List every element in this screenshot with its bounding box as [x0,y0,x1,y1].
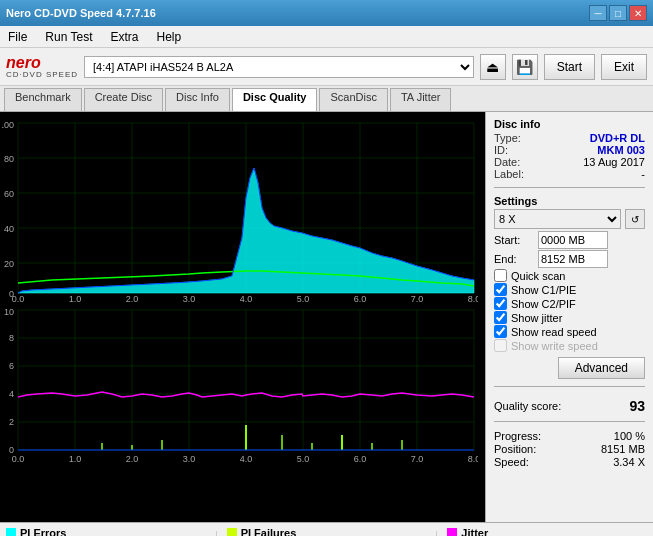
start-row: Start: [494,231,645,249]
svg-text:1.0: 1.0 [69,294,82,303]
start-label: Start: [494,234,534,246]
svg-text:0.0: 0.0 [12,454,25,464]
svg-text:5.0: 5.0 [297,454,310,464]
show-write-speed-checkbox[interactable] [494,339,507,352]
settings-section: Settings 8 X ↺ Start: End: Quick scan [494,195,645,379]
tab-disc-info[interactable]: Disc Info [165,88,230,111]
speed-select[interactable]: 8 X [494,209,621,229]
stat-divider-1 [216,531,217,536]
stats-bar: PI Errors Average: 8.56 Maximum: 95 Tota… [0,522,653,536]
disc-id-label: ID: [494,144,508,156]
jitter-stats: Jitter Average: 9.64 % Maximum: 11.4 % P… [447,527,647,536]
progress-label: Progress: [494,430,541,442]
menu-extra[interactable]: Extra [106,29,142,45]
disc-info-title: Disc info [494,118,645,130]
svg-text:5.0: 5.0 [297,294,310,303]
menu-file[interactable]: File [4,29,31,45]
svg-text:80: 80 [4,154,14,164]
svg-text:4.0: 4.0 [240,454,253,464]
show-c2pif-checkbox[interactable] [494,297,507,310]
end-label: End: [494,253,534,265]
quality-score-row: Quality score: 93 [494,398,645,414]
jitter-color [447,528,457,536]
start-button[interactable]: Start [544,54,595,80]
svg-text:60: 60 [4,189,14,199]
maximize-button[interactable]: □ [609,5,627,21]
info-panel: Disc info Type: DVD+R DL ID: MKM 003 Dat… [485,112,653,522]
disc-type-label: Type: [494,132,521,144]
bottom-chart: 0 2 4 6 8 10 0 4 8 12 16 20 0.0 1.0 2.0 … [2,305,478,465]
end-row: End: [494,250,645,268]
svg-text:7.0: 7.0 [411,454,424,464]
disc-id-value: MKM 003 [597,144,645,156]
minimize-button[interactable]: ─ [589,5,607,21]
speed-row: Speed: 3.34 X [494,456,645,468]
svg-text:4: 4 [9,389,14,399]
app-logo: nero CD·DVD SPEED [6,55,78,79]
disc-type-value: DVD+R DL [590,132,645,144]
svg-text:1.0: 1.0 [69,454,82,464]
show-c1pie-label: Show C1/PIE [511,284,576,296]
chart-area: 0 20 40 60 80 100 0 8 12 16 20 24 0.0 1.… [0,112,485,522]
pi-errors-color [6,528,16,536]
jitter-title: Jitter [447,527,647,536]
disc-info-section: Disc info Type: DVD+R DL ID: MKM 003 Dat… [494,118,645,180]
tab-create-disc[interactable]: Create Disc [84,88,163,111]
pi-failures-stats: PI Failures Average: 0.01 Maximum: 3 Tot… [227,527,427,536]
tab-disc-quality[interactable]: Disc Quality [232,88,318,111]
stat-divider-2 [436,531,437,536]
position-value: 8151 MB [601,443,645,455]
show-jitter-checkbox[interactable] [494,311,507,324]
disc-label-value: - [641,168,645,180]
title-bar: Nero CD-DVD Speed 4.7.7.16 ─ □ ✕ [0,0,653,26]
quality-score-label: Quality score: [494,400,561,412]
show-read-speed-label: Show read speed [511,326,597,338]
pi-failures-color [227,528,237,536]
tab-ta-jitter[interactable]: TA Jitter [390,88,452,111]
progress-section: Progress: 100 % Position: 8151 MB Speed:… [494,429,645,469]
menu-run-test[interactable]: Run Test [41,29,96,45]
svg-text:6: 6 [9,361,14,371]
show-read-speed-checkbox[interactable] [494,325,507,338]
svg-text:8: 8 [9,333,14,343]
settings-icon-button[interactable]: ↺ [625,209,645,229]
show-c1pie-checkbox[interactable] [494,283,507,296]
save-icon[interactable]: 💾 [512,54,538,80]
settings-title: Settings [494,195,645,207]
tab-bar: Benchmark Create Disc Disc Info Disc Qua… [0,86,653,112]
quickscan-row: Quick scan [494,269,645,282]
svg-text:3.0: 3.0 [183,294,196,303]
svg-text:0.0: 0.0 [12,294,25,303]
eject-icon[interactable]: ⏏ [480,54,506,80]
tab-benchmark[interactable]: Benchmark [4,88,82,111]
svg-text:2.0: 2.0 [126,454,139,464]
show-c2pif-label: Show C2/PIF [511,298,576,310]
svg-text:7.0: 7.0 [411,294,424,303]
advanced-button[interactable]: Advanced [558,357,645,379]
disc-date-row: Date: 13 Aug 2017 [494,156,645,168]
end-input[interactable] [538,250,608,268]
drive-select[interactable]: [4:4] ATAPI iHAS524 B AL2A [84,56,474,78]
menu-help[interactable]: Help [153,29,186,45]
quality-score-value: 93 [629,398,645,414]
show-read-speed-row: Show read speed [494,325,645,338]
quickscan-label: Quick scan [511,270,565,282]
svg-text:2: 2 [9,417,14,427]
tab-scan-disc[interactable]: ScanDisc [319,88,387,111]
exit-button[interactable]: Exit [601,54,647,80]
pi-failures-title: PI Failures [227,527,427,536]
show-jitter-row: Show jitter [494,311,645,324]
pi-errors-stats: PI Errors Average: 8.56 Maximum: 95 Tota… [6,527,206,536]
svg-text:3.0: 3.0 [183,454,196,464]
svg-text:20: 20 [4,259,14,269]
quickscan-checkbox[interactable] [494,269,507,282]
start-input[interactable] [538,231,608,249]
speed-row: 8 X ↺ [494,209,645,229]
pi-errors-title: PI Errors [6,527,206,536]
window-controls: ─ □ ✕ [589,5,647,21]
menu-bar: File Run Test Extra Help [0,26,653,48]
main-content: 0 20 40 60 80 100 0 8 12 16 20 24 0.0 1.… [0,112,653,522]
show-c1pie-row: Show C1/PIE [494,283,645,296]
svg-text:6.0: 6.0 [354,294,367,303]
close-button[interactable]: ✕ [629,5,647,21]
